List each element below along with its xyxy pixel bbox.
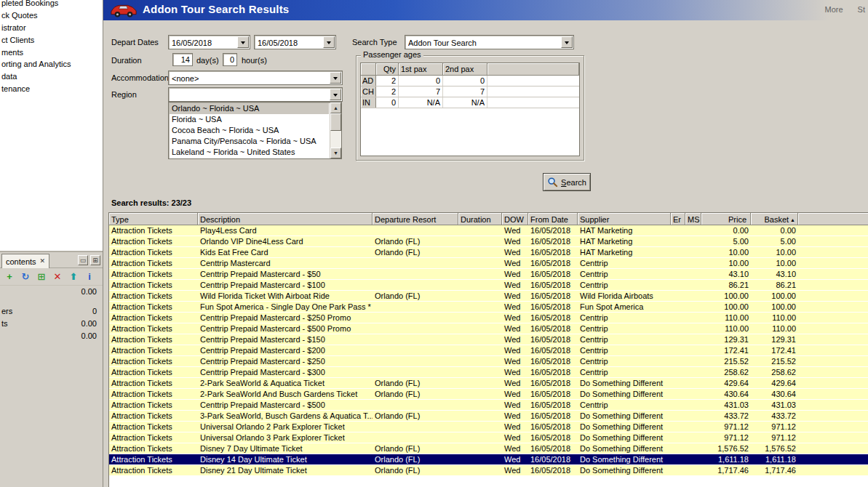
results-row[interactable]: Attraction Tickets Kids Eat Free Card Or…: [109, 247, 868, 258]
region-option[interactable]: Florida ~ USA: [170, 114, 329, 125]
grid-copy-icon[interactable]: ⊞: [36, 271, 47, 283]
results-column-header[interactable]: Duration: [458, 213, 502, 225]
passenger-grid-row[interactable]: IN 0 N/A N/A: [361, 97, 579, 108]
passenger-pax1-cell[interactable]: N/A: [399, 97, 443, 108]
results-row[interactable]: Attraction Tickets Wild Florida Ticket W…: [109, 291, 868, 302]
results-row[interactable]: Attraction Tickets Centtrip Prepaid Mast…: [109, 345, 868, 356]
results-row[interactable]: Attraction Tickets 3-Park SeaWorld, Busc…: [109, 411, 868, 422]
region-scrollbar[interactable]: ▲ ▼: [330, 102, 341, 158]
sidebar-item[interactable]: pleted Bookings: [0, 0, 103, 9]
results-row[interactable]: Attraction Tickets Disney 21 Day Ultimat…: [109, 465, 868, 476]
results-row[interactable]: Attraction Tickets Disney 7 Day Ultimate…: [109, 443, 868, 454]
cell-description: Universal Orlando 3 Park Explorer Ticket: [198, 432, 373, 443]
cell-from-date: 16/05/2018: [528, 356, 578, 366]
results-row[interactable]: Attraction Tickets Universal Orlando 3 P…: [109, 432, 868, 443]
move-up-icon[interactable]: ⬆: [68, 271, 79, 283]
results-row[interactable]: Attraction Tickets Centtrip Prepaid Mast…: [109, 313, 868, 323]
results-column-header[interactable]: Departure Resort: [373, 213, 458, 225]
passenger-pax1-cell[interactable]: 0: [399, 76, 443, 86]
more-link[interactable]: More: [825, 5, 843, 14]
sidebar-items: pleted Bookingsck Quotesistratorct Clien…: [0, 0, 103, 95]
sidebar-item[interactable]: ct Clients: [0, 34, 103, 47]
duration-days-input[interactable]: [172, 53, 193, 66]
chevron-down-icon[interactable]: [330, 89, 341, 100]
results-row[interactable]: Attraction Tickets 2-Park SeaWorld And B…: [109, 389, 868, 400]
cell-ms: [685, 432, 701, 443]
chevron-down-icon[interactable]: [561, 36, 573, 48]
accommodation-combo[interactable]: <none>: [168, 71, 343, 85]
results-row[interactable]: Attraction Tickets Centtrip Mastercard W…: [109, 258, 868, 269]
status-link[interactable]: St: [858, 5, 865, 14]
region-option[interactable]: Orlando ~ Florida ~ USA: [170, 103, 329, 114]
cell-ms: [685, 411, 701, 421]
results-row[interactable]: Attraction Tickets Centtrip Prepaid Mast…: [109, 280, 868, 291]
results-column-header[interactable]: DOW: [502, 213, 528, 225]
results-column-header[interactable]: MS: [685, 213, 701, 225]
sidebar-item[interactable]: data: [0, 71, 103, 83]
chevron-down-icon[interactable]: [323, 36, 335, 48]
passenger-grid-row[interactable]: AD 2 0 0: [361, 76, 579, 86]
dock-icon[interactable]: ⊞: [90, 255, 100, 265]
passenger-pax2-cell[interactable]: N/A: [443, 97, 487, 108]
results-row[interactable]: Attraction Tickets Centtrip Prepaid Mast…: [109, 356, 868, 367]
duration-hours-input[interactable]: [223, 53, 237, 66]
sidebar-item[interactable]: istrator: [0, 22, 103, 34]
region-option[interactable]: Panama City/Pensacola ~ Florida ~ USA: [170, 136, 329, 147]
results-column-header[interactable]: Price: [701, 213, 751, 225]
sidebar-item[interactable]: orting and Analytics: [0, 58, 103, 71]
passenger-pax2-cell[interactable]: 0: [443, 76, 487, 86]
chevron-down-icon[interactable]: [330, 72, 341, 84]
results-column-header[interactable]: Supplier: [578, 213, 671, 225]
results-row[interactable]: Attraction Tickets Centtrip Prepaid Mast…: [109, 367, 868, 378]
region-option[interactable]: Cocoa Beach ~ Florida ~ USA: [170, 125, 329, 136]
search-type-combo[interactable]: Addon Tour Search: [405, 35, 574, 49]
region-option[interactable]: Lakeland ~ Florida ~ United States: [170, 147, 329, 158]
cell-dow: Wed: [502, 247, 528, 257]
passenger-qty-cell[interactable]: 0: [376, 97, 399, 108]
scrollbar-thumb[interactable]: [330, 113, 341, 131]
tab-contents[interactable]: contents ✕: [1, 254, 49, 268]
results-row[interactable]: Attraction Tickets Centtrip Prepaid Mast…: [109, 400, 868, 411]
delete-icon[interactable]: ✕: [52, 271, 63, 283]
scroll-up-icon[interactable]: ▲: [330, 102, 341, 113]
passenger-code-cell: AD: [361, 76, 376, 86]
results-row[interactable]: Attraction Tickets Orlando VIP Dine4Less…: [109, 236, 868, 247]
results-row[interactable]: Attraction Tickets Disney 14 Day Ultimat…: [109, 454, 868, 465]
passenger-qty-cell[interactable]: 2: [376, 86, 399, 97]
passenger-pax2-cell[interactable]: 7: [443, 86, 487, 97]
cell-from-date: 16/05/2018: [528, 269, 578, 279]
passenger-grid-row[interactable]: CH 2 7 7: [361, 86, 579, 97]
region-combo[interactable]: [168, 87, 343, 102]
cell-basket: 172.41: [751, 345, 798, 355]
results-column-header[interactable]: Basket ▲: [751, 213, 798, 225]
chevron-down-icon[interactable]: [237, 36, 249, 48]
info-icon[interactable]: i: [84, 271, 95, 283]
minimize-icon[interactable]: ▭: [78, 255, 88, 265]
results-column-header[interactable]: From Date: [528, 213, 578, 225]
results-row[interactable]: Attraction Tickets Fun Spot America - Si…: [109, 302, 868, 313]
cell-supplier: Do Something Different: [578, 443, 671, 454]
sidebar-item[interactable]: tenance: [0, 83, 103, 95]
results-row[interactable]: Attraction Tickets Centtrip Prepaid Mast…: [109, 269, 868, 280]
results-row[interactable]: Attraction Tickets 2-Park SeaWorld & Aqu…: [109, 378, 868, 389]
depart-date-2-combo[interactable]: 16/05/2018: [254, 35, 336, 49]
search-button[interactable]: Search: [543, 173, 591, 191]
refresh-icon[interactable]: ↻: [20, 271, 31, 283]
depart-date-1-combo[interactable]: 16/05/2018: [168, 35, 250, 49]
sidebar-item[interactable]: ments: [0, 47, 103, 59]
scroll-down-icon[interactable]: ▼: [330, 148, 341, 158]
results-row[interactable]: Attraction Tickets Centtrip Prepaid Mast…: [109, 323, 868, 334]
results-column-header[interactable]: Type: [109, 213, 198, 225]
passenger-qty-cell[interactable]: 2: [376, 76, 399, 86]
sidebar-item[interactable]: ck Quotes: [0, 9, 103, 22]
add-icon[interactable]: +: [4, 271, 15, 283]
cell-supplier: Wild Florida Airboats: [578, 291, 671, 301]
results-column-header[interactable]: Er: [671, 213, 685, 225]
cell-dow: Wed: [502, 454, 528, 464]
results-row[interactable]: Attraction Tickets Universal Orlando 2 P…: [109, 422, 868, 432]
close-icon[interactable]: ✕: [40, 258, 46, 265]
results-row[interactable]: Attraction Tickets Centtrip Prepaid Mast…: [109, 334, 868, 345]
passenger-pax1-cell[interactable]: 7: [399, 86, 443, 97]
results-row[interactable]: Attraction Tickets Play4Less Card Wed 16…: [109, 225, 868, 236]
results-column-header[interactable]: Description: [198, 213, 373, 225]
